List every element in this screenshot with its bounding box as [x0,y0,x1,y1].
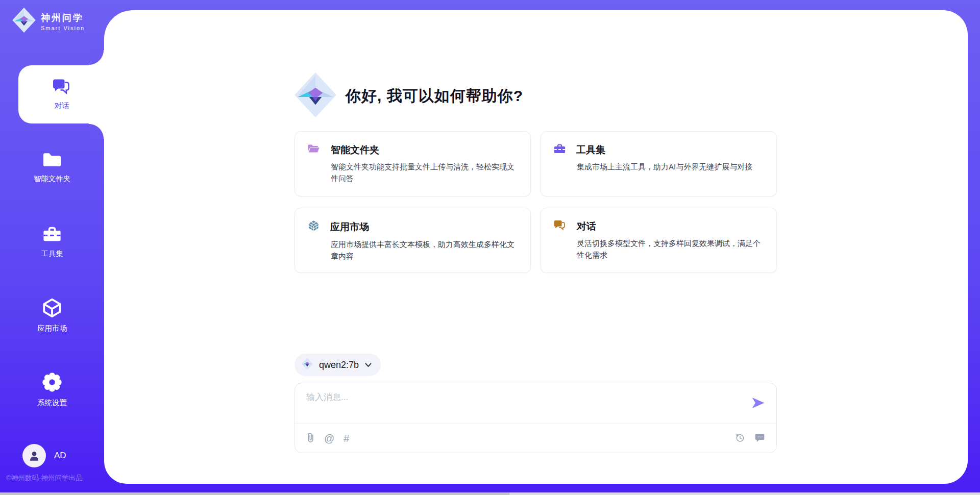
history-icon[interactable] [734,432,745,444]
send-icon[interactable] [751,397,765,411]
sidebar-item-label: 工具集 [41,249,63,259]
chevron-down-icon [365,360,372,369]
mention-icon[interactable]: @ [324,433,334,443]
brand-logo-icon [295,72,336,119]
model-selector[interactable]: qwen2:7b [295,354,381,376]
card-description: 智能文件夹功能支持批量文件上传与清洗，轻松实现文件问答 [331,161,518,184]
gear-icon [42,372,62,394]
tab-curve-top [89,50,104,65]
brand-subtitle: Smart Vision [41,25,85,31]
copyright-footer: ©神州数码·神州问学出品 [6,474,100,483]
toolbox-icon [42,225,62,245]
card-title: 应用市场 [330,220,369,234]
briefcase-icon [553,143,566,157]
sidebar-item-label: 智能文件夹 [34,174,71,184]
model-name: qwen2:7b [319,360,359,370]
chat-bubbles-icon [553,219,567,233]
message-input[interactable] [306,391,735,420]
feedback-chat-icon[interactable] [754,433,765,444]
folder-icon [42,151,62,170]
brand-logo-icon [12,8,36,35]
brand: 神州问学 Smart Vision [12,8,85,35]
brand-logo-icon [302,358,313,372]
sidebar-item-label: 应用市场 [37,324,67,333]
feature-cards: 智能文件夹 智能文件夹功能支持批量文件上传与清洗，轻松实现文件问答 工具集 集成… [295,131,777,273]
chat-bubbles-icon [52,78,72,97]
sidebar-item-label: 对话 [55,101,69,111]
sidebar-item-label: 系统设置 [37,398,67,408]
composer-toolbar: @ # [306,424,765,453]
chat-column: 你好, 我可以如何帮助你? 智能文件夹 智能文件夹功能支持批量文件上传与清洗，轻… [295,0,777,495]
message-composer: @ # [295,383,777,453]
hash-icon[interactable]: # [344,433,349,443]
cube-grid-icon [307,219,320,234]
avatar [22,444,46,467]
card-title: 对话 [577,220,596,233]
card-toolset[interactable]: 工具集 集成市场上主流工具，助力AI与外界无缝扩展与对接 [541,131,777,196]
sidebar: 神州问学 Smart Vision 对话 智能文件夹 [0,0,104,495]
card-title: 智能文件夹 [331,143,379,157]
screen-edge-bar [0,492,980,495]
card-app-market[interactable]: 应用市场 应用市场提供丰富长文本模板，助力高效生成多样化文章内容 [295,208,531,273]
user-name: AD [54,451,66,461]
user-profile[interactable]: AD [22,444,66,467]
card-chat[interactable]: 对话 灵活切换多模型文件，支持多样回复效果调试，满足个性化需求 [541,208,777,273]
greeting-title: 你好, 我可以如何帮助你? [346,86,523,107]
card-description: 应用市场提供丰富长文本模板，助力高效生成多样化文章内容 [331,239,518,262]
sidebar-item-chat[interactable]: 对话 [18,65,105,123]
sidebar-item-settings[interactable]: 系统设置 [0,364,104,415]
folder-open-icon [307,143,321,157]
sidebar-item-smart-folder[interactable]: 智能文件夹 [0,142,104,193]
card-description: 集成市场上主流工具，助力AI与外界无缝扩展与对接 [577,161,764,173]
tab-curve-bottom [89,123,104,139]
sidebar-item-toolset[interactable]: 工具集 [0,216,104,267]
greeting: 你好, 我可以如何帮助你? [295,72,523,119]
card-title: 工具集 [576,143,605,157]
cube-icon [42,298,62,319]
card-description: 灵活切换多模型文件，支持多样回复效果调试，满足个性化需求 [577,238,764,261]
card-smart-folder[interactable]: 智能文件夹 智能文件夹功能支持批量文件上传与清洗，轻松实现文件问答 [295,131,531,196]
brand-name: 神州问学 [41,12,85,24]
attachment-icon[interactable] [306,432,315,445]
sidebar-item-app-market[interactable]: 应用市场 [0,290,104,341]
